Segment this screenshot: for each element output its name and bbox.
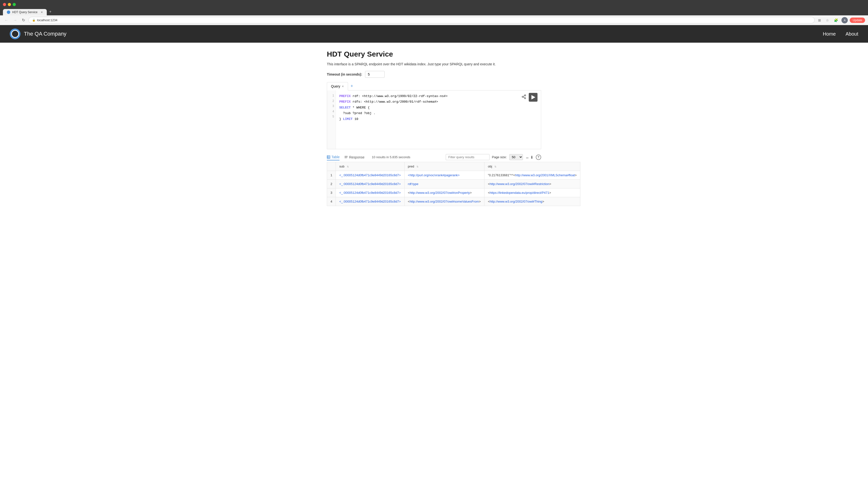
svg-point-1 [522,96,523,97]
code-line-4: ?sub ?pred ?obj . [339,110,537,116]
row3-sub: <_:00005124d0fb471c9e8449d20165c8d7> [336,188,404,197]
nav-home[interactable]: Home [823,31,836,37]
download-button[interactable]: ⬇ [525,155,533,160]
code-line-5: } LIMIT 10 [339,116,537,122]
share-icon[interactable] [521,94,526,100]
filter-input[interactable] [446,154,490,160]
col-header-pred[interactable]: pred ⇅ [404,162,485,171]
add-query-tab-button[interactable]: + [348,83,355,90]
table-row: 4 <_:00005124d0fb471c9e8449d20165c8d7> <… [327,197,580,206]
results-tab-table[interactable]: Table [327,154,340,161]
browser-toolbar: ← → ↻ 🔒 localhost:1234 ⊞ ☆ 🧩 A Update [0,16,868,25]
forward-button[interactable]: → [12,17,19,23]
tab-title: HDT Query Service [12,10,37,14]
query-tabs: Query ✕ + [327,82,541,90]
active-tab[interactable]: HDT Query Service ✕ [3,9,47,16]
query-tab-label: Query [331,84,340,88]
extensions-button[interactable]: 🧩 [832,18,839,23]
page-size-label: Page size: [492,155,507,159]
col-header-sub[interactable]: sub ⇅ [336,162,404,171]
row4-sub-link[interactable]: <_:00005124d0fb471c9e8449d20165c8d7> [339,200,401,203]
site-nav: Home About [823,31,858,37]
row2-sub-link[interactable]: <_:00005124d0fb471c9e8449d20165c8d7> [339,182,401,186]
page-size-select[interactable]: 50 10 25 100 [509,154,523,160]
row4-obj-link[interactable]: http://www.w3.org/2002/07/owl#Thing [490,200,542,203]
col-header-obj[interactable]: obj ⇅ [485,162,580,171]
reload-button[interactable]: ↻ [21,17,27,23]
row-num-1: 1 [327,171,336,179]
bookmark-button[interactable]: ☆ [825,18,831,23]
row3-sub-link[interactable]: <_:00005124d0fb471c9e8449d20165c8d7> [339,191,401,195]
timeout-label: Timeout (in seconds): [327,73,362,76]
svg-line-3 [523,97,525,98]
row1-obj-link[interactable]: http://www.w3.org/2001/XMLSchema#float [515,173,575,177]
maximize-dot[interactable] [13,3,16,6]
help-button[interactable]: ? [536,154,541,160]
site-header: The QA Company Home About [0,25,868,43]
code-line-1: PREFIX rdf: <http://www.w3.org/1999/02/2… [339,93,537,99]
row2-sub: <_:00005124d0fb471c9e8449d20165c8d7> [336,179,404,188]
new-tab-button[interactable]: + [47,8,54,16]
row4-obj: <http://www.w3.org/2002/07/owl#Thing> [485,197,580,206]
row2-pred-link[interactable]: rdf:type [408,182,418,186]
obj-sort-icon: ⇅ [494,165,496,168]
page-description: This interface is a SPARQL endpoint over… [327,62,541,66]
row1-pred-link[interactable]: <http://purl.org/voc/vrank#pagerank> [408,173,460,177]
tab-close-button[interactable]: ✕ [41,11,43,14]
results-tab-response[interactable]: Response [344,154,364,160]
code-content[interactable]: PREFIX rdf: <http://www.w3.org/1999/02/2… [336,90,541,149]
address-bar[interactable]: 🔒 localhost:1234 [29,17,815,23]
row3-pred-link[interactable]: http://www.w3.org/2002/07/owl#onProperty [410,191,470,195]
row1-pred: <http://purl.org/voc/vrank#pagerank> [404,171,485,179]
row3-obj: <https://linkedopendata.eu/prop/direct/P… [485,188,580,197]
row1-sub-link[interactable]: <_:00005124d0fb471c9e8449d20165c8d7> [339,173,401,177]
svg-line-4 [523,95,525,96]
table-row: 3 <_:00005124d0fb471c9e8449d20165c8d7> <… [327,188,580,197]
row-num-3: 3 [327,188,336,197]
svg-point-2 [525,97,526,99]
site-logo: The QA Company [10,29,66,39]
query-tab-active[interactable]: Query ✕ [327,82,348,90]
query-tab-close[interactable]: ✕ [342,85,344,88]
timeout-input[interactable] [365,71,384,78]
timeout-row: Timeout (in seconds): [327,71,541,78]
main-content: HDT Query Service This interface is a SP… [317,43,551,213]
response-icon [344,155,348,159]
row-num-4: 4 [327,197,336,206]
row3-pred: <http://www.w3.org/2002/07/owl#onPropert… [404,188,485,197]
back-button[interactable]: ← [3,17,10,23]
run-query-button[interactable] [529,93,537,102]
line-numbers: 12345 [327,90,336,149]
row4-pred-link[interactable]: http://www.w3.org/2002/07/owl#someValues… [410,200,479,203]
col-header-num [327,162,336,171]
code-lines[interactable]: 12345 PREFIX rdf: <http://www.w3.org/199… [327,90,541,149]
company-name: The QA Company [24,31,66,37]
row-num-2: 2 [327,179,336,188]
row1-obj: "0.2176133681"^^<http://www.w3.org/2001/… [485,171,580,179]
row2-obj-link[interactable]: http://www.w3.org/2002/07/owl#Restrictio… [490,182,550,186]
tab-favicon [7,10,10,14]
table-row: 1 <_:00005124d0fb471c9e8449d20165c8d7> <… [327,171,580,179]
results-toolbar: Table Response 10 results in 5.835 secon… [327,154,541,161]
browser-tabs: HDT Query Service ✕ + [3,8,865,16]
logo-inner [11,30,19,38]
avatar-button[interactable]: A [841,17,848,23]
code-editor: 12345 PREFIX rdf: <http://www.w3.org/199… [327,90,541,149]
row4-sub: <_:00005124d0fb471c9e8449d20165c8d7> [336,197,404,206]
row3-obj-link[interactable]: https://linkedopendata.eu/prop/direct/P4… [490,191,549,195]
row2-pred: rdf:type [404,179,485,188]
close-dot[interactable] [3,3,6,6]
traffic-lights [3,2,865,6]
results-right-actions: Page size: 50 10 25 100 ⬇ ? [446,154,541,160]
grid-button[interactable]: ⊞ [816,18,823,23]
table-row: 2 <_:00005124d0fb471c9e8449d20165c8d7> r… [327,179,580,188]
results-table: sub ⇅ pred ⇅ obj ⇅ 1 <_:00005124d0fb471c… [327,162,580,206]
nav-about[interactable]: About [846,31,858,37]
code-line-3: SELECT * WHERE { [339,105,537,110]
address-text: localhost:1234 [37,18,58,22]
minimize-dot[interactable] [8,3,11,6]
sub-sort-icon: ⇅ [347,165,349,168]
toolbar-actions: ⊞ ☆ 🧩 A Update [816,17,865,23]
update-button[interactable]: Update [850,18,865,23]
row2-obj: <http://www.w3.org/2002/07/owl#Restricti… [485,179,580,188]
